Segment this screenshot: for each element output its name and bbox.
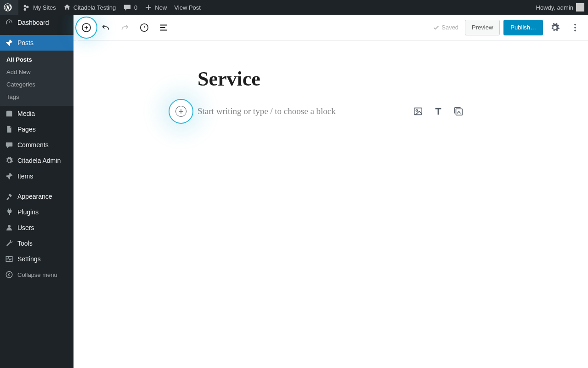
add-block-button[interactable] bbox=[78, 19, 95, 36]
editor-toolbar: Saved Preview Publish… bbox=[74, 15, 588, 40]
menu-tools[interactable]: Tools bbox=[0, 236, 74, 251]
view-post-link[interactable]: View Post bbox=[170, 0, 204, 15]
post-title[interactable]: Service bbox=[198, 68, 464, 90]
menu-appearance-label: Appearance bbox=[17, 193, 52, 200]
menu-comments[interactable]: Comments bbox=[0, 137, 74, 153]
menu-plugins-label: Plugins bbox=[17, 208, 39, 216]
svg-point-6 bbox=[574, 29, 576, 31]
saved-label: Saved bbox=[441, 24, 458, 31]
suggest-heading-icon[interactable] bbox=[433, 106, 444, 117]
comments-icon bbox=[123, 3, 131, 12]
gear-icon bbox=[5, 156, 14, 165]
block-placeholder-text: Start writing or type / to choose a bloc… bbox=[198, 106, 403, 116]
svg-point-4 bbox=[574, 23, 576, 25]
menu-media[interactable]: Media bbox=[0, 106, 74, 121]
avatar bbox=[576, 3, 584, 12]
site-name-label: Citadela Testing bbox=[74, 4, 116, 11]
comments-count: 0 bbox=[134, 4, 137, 11]
pushpin-icon bbox=[5, 39, 14, 47]
submenu-tags[interactable]: Tags bbox=[0, 91, 74, 103]
svg-point-5 bbox=[574, 27, 576, 29]
page-icon bbox=[5, 125, 14, 133]
wp-logo[interactable] bbox=[0, 0, 18, 15]
more-options-button[interactable] bbox=[567, 19, 583, 36]
default-block[interactable]: Start writing or type / to choose a bloc… bbox=[198, 106, 464, 117]
menu-posts-label: Posts bbox=[17, 39, 34, 46]
my-sites-label: My Sites bbox=[33, 4, 56, 11]
collapse-menu-label: Collapse menu bbox=[17, 271, 57, 278]
menu-citadela-admin-label: Citadela Admin bbox=[17, 157, 61, 164]
menu-items-label: Items bbox=[17, 172, 33, 180]
plus-icon bbox=[145, 4, 152, 11]
new-label: New bbox=[155, 4, 167, 11]
svg-rect-7 bbox=[414, 108, 422, 115]
my-sites-menu[interactable]: My Sites bbox=[18, 0, 60, 15]
preview-button[interactable]: Preview bbox=[465, 20, 500, 35]
menu-appearance[interactable]: Appearance bbox=[0, 189, 74, 204]
menu-citadela-admin[interactable]: Citadela Admin bbox=[0, 153, 74, 168]
collapse-menu[interactable]: Collapse menu bbox=[0, 267, 74, 282]
content-structure-button[interactable] bbox=[136, 19, 153, 36]
menu-plugins[interactable]: Plugins bbox=[0, 204, 74, 220]
account-menu[interactable]: Howdy, admin bbox=[532, 0, 588, 15]
menu-settings-label: Settings bbox=[17, 255, 41, 263]
menu-tools-label: Tools bbox=[17, 240, 33, 247]
appearance-icon bbox=[5, 192, 14, 201]
block-suggestions bbox=[413, 106, 464, 117]
editor-canvas[interactable]: Service Start writing or type / to choos… bbox=[74, 40, 588, 368]
view-post-label: View Post bbox=[174, 4, 201, 11]
site-name-menu[interactable]: Citadela Testing bbox=[60, 0, 119, 15]
howdy-label: Howdy, admin bbox=[536, 4, 573, 11]
home-icon bbox=[63, 4, 71, 11]
block-navigation-button[interactable] bbox=[155, 19, 172, 36]
wordpress-icon bbox=[4, 3, 12, 12]
submenu-all-posts[interactable]: All Posts bbox=[0, 53, 74, 66]
redo-button[interactable] bbox=[117, 19, 133, 36]
menu-users[interactable]: Users bbox=[0, 220, 74, 236]
menu-items[interactable]: Items bbox=[0, 168, 74, 184]
menu-settings[interactable]: Settings bbox=[0, 251, 74, 267]
menu-users-label: Users bbox=[17, 224, 34, 231]
menu-pages-label: Pages bbox=[17, 126, 36, 133]
menu-posts[interactable]: Posts bbox=[0, 35, 74, 51]
submenu-add-new[interactable]: Add New bbox=[0, 66, 74, 78]
publish-button[interactable]: Publish… bbox=[503, 20, 543, 35]
menu-posts-submenu: All Posts Add New Categories Tags bbox=[0, 51, 74, 106]
menu-dashboard-label: Dashboard bbox=[17, 19, 49, 26]
menu-pages[interactable]: Pages bbox=[0, 121, 74, 137]
comments-menu[interactable]: 0 bbox=[119, 0, 141, 15]
menu-comments-label: Comments bbox=[17, 141, 49, 149]
plugin-icon bbox=[5, 208, 14, 216]
svg-point-1 bbox=[6, 271, 12, 278]
new-content-menu[interactable]: New bbox=[141, 0, 170, 15]
block-editor: Saved Preview Publish… Service bbox=[74, 15, 588, 368]
suggest-gallery-icon[interactable] bbox=[453, 106, 464, 117]
media-icon bbox=[5, 109, 14, 118]
inline-add-block-button[interactable] bbox=[175, 106, 187, 117]
wp-admin-bar: My Sites Citadela Testing 0 New View Pos… bbox=[0, 0, 588, 15]
tools-icon bbox=[5, 239, 14, 247]
admin-sidebar: Dashboard Posts All Posts Add New Catego… bbox=[0, 15, 74, 368]
undo-button[interactable] bbox=[97, 19, 114, 36]
svg-point-8 bbox=[416, 110, 418, 112]
save-status: Saved bbox=[430, 24, 461, 31]
settings-button[interactable] bbox=[547, 19, 563, 36]
submenu-categories[interactable]: Categories bbox=[0, 78, 74, 91]
dashboard-icon bbox=[5, 18, 14, 27]
pushpin-icon bbox=[5, 172, 14, 180]
menu-dashboard[interactable]: Dashboard bbox=[0, 15, 74, 30]
comments-icon bbox=[5, 141, 14, 149]
collapse-icon bbox=[5, 270, 14, 279]
menu-media-label: Media bbox=[17, 110, 35, 117]
multisite-icon bbox=[22, 3, 30, 12]
suggest-image-icon[interactable] bbox=[413, 106, 424, 117]
settings-icon bbox=[5, 255, 14, 263]
users-icon bbox=[5, 224, 14, 232]
